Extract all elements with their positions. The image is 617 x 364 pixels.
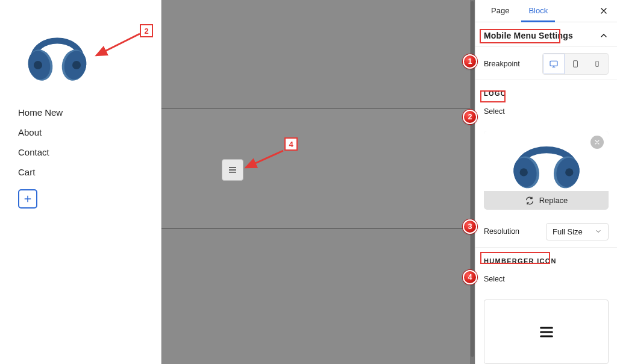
hamburger-heading: HUMBERGER ICON	[475, 248, 617, 268]
chevron-down-icon	[595, 228, 602, 235]
logo-image[interactable]	[484, 131, 609, 191]
settings-panel: Page Block Mobile Menu Settings Breakpoi…	[475, 0, 617, 364]
remove-logo-button[interactable]	[590, 136, 604, 149]
menu-item-home[interactable]: Home New	[18, 107, 143, 118]
replace-logo-button[interactable]: Replace	[484, 191, 609, 210]
resolution-select[interactable]: Full Size	[546, 223, 609, 240]
svg-rect-6	[550, 61, 557, 66]
editor-sidebar: Home New About Contact Cart	[0, 0, 161, 364]
close-panel-button[interactable]	[597, 4, 611, 18]
replace-icon	[525, 196, 534, 206]
accordion-title: Mobile Menu Settings	[484, 31, 573, 40]
svg-point-10	[597, 66, 598, 66]
editor-canvas[interactable]	[161, 0, 475, 364]
resolution-label: Resolution	[484, 227, 519, 236]
canvas-header-band	[161, 108, 475, 229]
svg-point-2	[34, 61, 42, 69]
tab-block[interactable]: Block	[519, 0, 557, 22]
mobile-icon	[594, 60, 601, 68]
panel-tabs: Page Block	[475, 0, 617, 22]
accordion-mobile-menu[interactable]: Mobile Menu Settings	[475, 22, 617, 47]
hamburger-icon-preview[interactable]	[484, 300, 609, 364]
close-icon	[594, 139, 601, 146]
svg-point-5	[72, 61, 81, 69]
breakpoint-segmented	[542, 53, 609, 75]
hamburger-icon	[227, 165, 238, 175]
menu-item-contact[interactable]: Contact	[18, 147, 143, 157]
logo-preview-large	[18, 14, 96, 93]
nav-menu-list: Home New About Contact Cart	[18, 107, 143, 177]
svg-point-16	[565, 168, 573, 176]
resolution-value: Full Size	[553, 227, 583, 236]
desktop-icon	[549, 59, 559, 69]
replace-label: Replace	[539, 196, 568, 205]
breakpoint-tablet[interactable]	[565, 54, 586, 74]
menu-item-about[interactable]: About	[18, 127, 143, 137]
logo-heading: LOGO	[475, 80, 617, 101]
breakpoint-section: Breakpoint	[475, 47, 617, 80]
tablet-icon	[571, 60, 580, 68]
breakpoint-desktop[interactable]	[543, 54, 565, 74]
hamburger-icon	[538, 324, 555, 340]
plus-icon	[22, 193, 33, 204]
menu-item-cart[interactable]: Cart	[18, 167, 143, 177]
svg-point-13	[519, 168, 527, 176]
svg-point-8	[575, 66, 576, 66]
breakpoint-label: Breakpoint	[484, 60, 520, 68]
breakpoint-mobile[interactable]	[586, 54, 608, 74]
headphones-icon	[501, 131, 592, 191]
hamburger-select-label: Select	[484, 275, 505, 283]
close-icon	[599, 6, 609, 16]
logo-media-preview: Replace	[484, 131, 609, 210]
logo-select-label: Select	[484, 107, 505, 116]
headphones-icon	[21, 20, 93, 87]
canvas-scrollbar[interactable]	[470, 0, 475, 364]
mobile-hamburger-button[interactable]	[222, 159, 243, 181]
tab-page[interactable]: Page	[481, 0, 519, 22]
add-block-button[interactable]	[18, 189, 37, 209]
chevron-up-icon	[599, 31, 609, 40]
